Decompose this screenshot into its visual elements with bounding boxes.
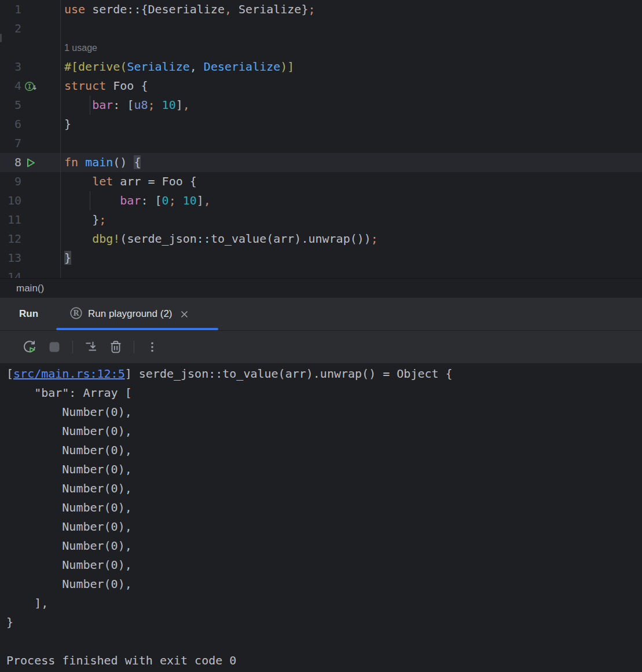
gutter: 14	[0, 268, 61, 278]
console-line: Number(0),	[6, 575, 642, 594]
editor-line: 14	[0, 268, 642, 278]
text-segment: use	[64, 2, 85, 16]
editor-line: 5 bar: [u8; 10],	[0, 96, 642, 115]
text-segment: u8	[134, 98, 148, 112]
clear-all-button[interactable]	[108, 339, 124, 355]
text-segment: ,	[183, 98, 190, 112]
code-text[interactable]: let arr = Foo {	[61, 172, 197, 191]
code-text[interactable]: };	[61, 210, 106, 229]
indent-guide	[90, 191, 90, 210]
text-segment: struct	[64, 79, 106, 93]
console-line: Number(0),	[6, 498, 642, 517]
text-segment	[176, 193, 183, 207]
text-segment: Serialize	[127, 60, 189, 74]
code-text[interactable]: }	[61, 115, 71, 134]
text-segment: ,	[190, 60, 204, 74]
gutter: 5	[0, 96, 61, 115]
text-segment	[64, 174, 92, 188]
code-text[interactable]: fn main() {	[61, 153, 141, 172]
console-line: Number(0),	[6, 556, 642, 575]
code-text[interactable]: struct Foo {	[61, 76, 148, 96]
text-segment: fn	[64, 155, 78, 169]
code-text[interactable]: bar: [u8; 10],	[61, 96, 190, 115]
console-source-link[interactable]: src/main.rs:12:5	[13, 367, 125, 381]
code-text[interactable]	[61, 134, 64, 153]
text-segment: Number(0),	[6, 481, 132, 495]
gutter: 4	[0, 76, 61, 96]
text-segment: : [	[141, 193, 162, 207]
text-segment: (serde_json::to_value(arr).unwrap())	[120, 232, 370, 246]
text-segment	[64, 98, 92, 112]
console-line: Process finished with exit code 0	[6, 651, 642, 670]
usages-inlay-hint[interactable]: 1 usage	[61, 38, 97, 57]
tab-run-playground[interactable]: R Run playground (2)	[56, 298, 218, 330]
text-segment: Number(0),	[6, 577, 132, 591]
tab-close-icon[interactable]	[180, 310, 189, 319]
code-text[interactable]: use serde::{Deserialize, Serialize};	[61, 0, 316, 19]
text-segment: ;	[148, 98, 155, 112]
text-segment: Number(0),	[6, 539, 132, 553]
stop-button[interactable]	[46, 339, 63, 355]
text-segment: let	[92, 174, 113, 188]
more-options-button[interactable]	[144, 339, 160, 355]
text-segment: ;	[99, 213, 106, 227]
editor-line: 4struct Foo {	[0, 76, 642, 96]
text-segment: arr = Foo {	[113, 174, 197, 188]
console-line: Number(0),	[6, 460, 642, 479]
text-segment: 0	[162, 193, 169, 207]
code-text[interactable]: bar: [0; 10],	[61, 191, 211, 210]
run-line-icon[interactable]	[21, 156, 60, 169]
console-line: Number(0),	[6, 441, 642, 460]
breadcrumb-item-main[interactable]: main()	[16, 283, 44, 294]
text-segment: ,	[225, 2, 232, 16]
line-number: 5	[0, 96, 21, 115]
console-line: Number(0),	[6, 517, 642, 536]
code-text[interactable]: #[derive(Serialize, Deserialize)]	[61, 57, 294, 76]
gutter: 9	[0, 172, 61, 191]
console-line: Number(0),	[6, 403, 642, 422]
console-output[interactable]: [src/main.rs:12:5] serde_json::to_value(…	[0, 363, 642, 672]
text-segment: Deserialize	[204, 60, 280, 74]
toolbar-separator	[72, 341, 73, 353]
code-editor[interactable]: 1use serde::{Deserialize, Serialize};21 …	[0, 0, 642, 278]
text-segment: Number(0),	[6, 520, 132, 534]
text-segment: Number(0),	[6, 501, 132, 514]
text-segment	[155, 98, 162, 112]
code-text[interactable]	[61, 268, 64, 278]
tool-window-title: Run	[19, 308, 38, 320]
text-segment: Number(0),	[6, 405, 132, 419]
text-segment: }	[64, 117, 71, 131]
editor-line: 2	[0, 19, 642, 38]
run-tab-row: Run R Run playground (2)	[0, 298, 642, 330]
text-segment: Serialize}	[232, 2, 308, 16]
rerun-button[interactable]	[21, 339, 38, 355]
text-segment: serde::{Deserialize	[85, 2, 225, 16]
line-number: 6	[0, 115, 21, 134]
console-line: "bar": Array [	[6, 384, 642, 403]
text-segment: ,	[204, 193, 211, 207]
text-segment: }	[64, 251, 71, 265]
editor-line: 1use serde::{Deserialize, Serialize};	[0, 0, 642, 19]
line-number: 3	[0, 57, 21, 76]
editor-line: 13}	[0, 249, 642, 268]
editor-inlay-row: 1 usage	[0, 38, 642, 57]
code-text[interactable]: }	[61, 249, 71, 268]
line-number: 12	[0, 229, 21, 249]
editor-line: 9 let arr = Foo {	[0, 172, 642, 191]
text-segment: )]	[280, 60, 294, 74]
code-text[interactable]	[61, 19, 64, 38]
text-segment: ;	[169, 193, 176, 207]
editor-line: 3#[derive(Serialize, Deserialize)]	[0, 57, 642, 76]
text-segment: ()	[113, 155, 134, 169]
scroll-to-end-button[interactable]	[83, 339, 99, 355]
gutter: 10	[0, 191, 61, 210]
implementations-icon[interactable]	[21, 80, 60, 93]
text-segment: Foo {	[106, 79, 148, 93]
line-number: 2	[0, 19, 21, 38]
line-number: 10	[0, 191, 21, 210]
toolbar-separator	[134, 341, 134, 353]
console-line: Number(0),	[6, 479, 642, 498]
gutter: 6	[0, 115, 61, 134]
code-text[interactable]: dbg!(serde_json::to_value(arr).unwrap())…	[61, 229, 378, 249]
console-line: [src/main.rs:12:5] serde_json::to_value(…	[6, 364, 642, 384]
